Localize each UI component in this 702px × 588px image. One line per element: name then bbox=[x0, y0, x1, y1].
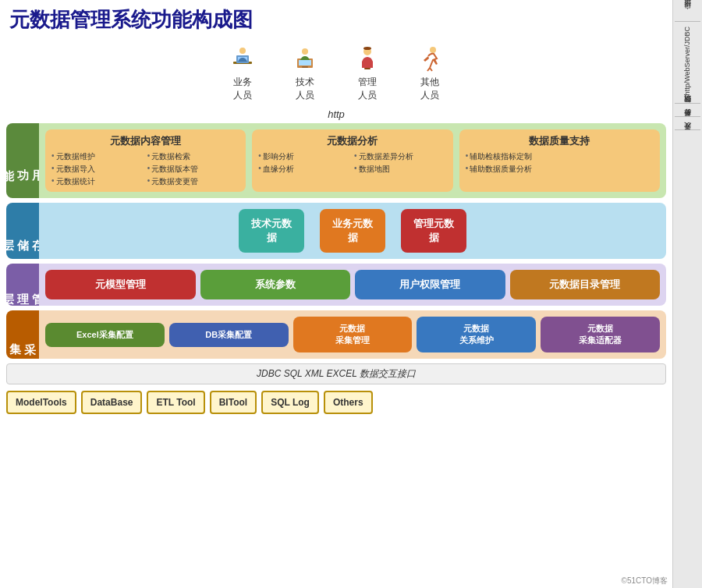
persona-business-label: 业务人员 bbox=[233, 76, 252, 102]
app-col-3: •影响分析 •血缘分析 bbox=[258, 151, 351, 175]
app-box-content-inner: •元数据维护 •元数据导入 •元数据统计 •元数据检索 •元数据版本管 •元数据… bbox=[51, 151, 239, 187]
app-item: •元数据统计 bbox=[51, 176, 144, 187]
app-col-5: •辅助检核指标定制 •辅助数据质量分析 bbox=[466, 151, 654, 175]
app-layer: 应用功能层 元数据内容管理 •元数据维护 •元数据导入 •元数据统计 •元数据检… bbox=[6, 123, 666, 198]
watermark: ©51CTO博客 bbox=[622, 576, 668, 586]
app-layer-body: 元数据内容管理 •元数据维护 •元数据导入 •元数据统计 •元数据检索 •元数据… bbox=[39, 123, 666, 198]
sidebar-data-access: 数据访问 bbox=[682, 105, 694, 112]
persona-business: 业务人员 bbox=[227, 43, 258, 102]
sidebar-divider-3 bbox=[675, 116, 700, 117]
persona-other: 其他人员 bbox=[414, 43, 445, 102]
collect-excel-box: Excel采集配置 bbox=[45, 323, 165, 347]
app-item: •元数据版本管 bbox=[147, 164, 240, 175]
app-box-analysis-title: 元数据分析 bbox=[258, 134, 446, 148]
storage-mgmt-box: 管理元数据 bbox=[401, 209, 466, 253]
app-box-quality-title: 数据质量支持 bbox=[466, 134, 654, 148]
app-item: •元数据导入 bbox=[51, 164, 144, 175]
collect-layer-label: 采集 bbox=[6, 310, 39, 359]
app-item: •元数据维护 bbox=[51, 151, 144, 162]
main-content: 元数据管理系统功能构成图 业务人员 bbox=[0, 0, 672, 588]
svg-point-11 bbox=[430, 47, 436, 53]
tool-sqllog[interactable]: SQL Log bbox=[261, 391, 319, 414]
tech-icon bbox=[289, 43, 321, 74]
persona-tech-label: 技术人员 bbox=[296, 76, 314, 102]
svg-rect-5 bbox=[299, 60, 311, 66]
app-item: •元数据差异分析 bbox=[354, 151, 447, 162]
persona-manager-label: 管理人员 bbox=[358, 76, 377, 102]
sidebar-dev: 二次开发 bbox=[682, 132, 694, 138]
sidebar-divider-2 bbox=[675, 103, 700, 104]
app-box-quality: 数据质量支持 •辅助检核指标定制 •辅助数据质量分析 bbox=[459, 129, 660, 192]
mgmt-catalog-box: 元数据目录管理 bbox=[510, 270, 661, 299]
collect-relation-box: 元数据关系维护 bbox=[417, 317, 536, 352]
mgmt-layer: 管理层 元模型管理 系统参数 用户权限管理 元数据目录管理 bbox=[6, 264, 666, 306]
storage-layer-label: 存储层 bbox=[6, 203, 39, 259]
tools-row: ModelTools DataBase ETL Tool BITool SQL … bbox=[6, 389, 666, 416]
tool-modeltools[interactable]: ModelTools bbox=[6, 391, 76, 414]
mgmt-layer-body: 元模型管理 系统参数 用户权限管理 元数据目录管理 bbox=[39, 264, 666, 306]
sidebar-http: http/WebServer/JDBC bbox=[682, 23, 694, 98]
app-box-content: 元数据内容管理 •元数据维护 •元数据导入 •元数据统计 •元数据检索 •元数据… bbox=[45, 129, 246, 192]
jdbc-bar: JDBC SQL XML EXCEL 数据交互接口 bbox=[6, 363, 666, 384]
storage-layer: 存储层 技术元数据 业务元数据 管理元数据 bbox=[6, 203, 666, 259]
app-item: •数据地图 bbox=[354, 164, 447, 175]
storage-biz-box: 业务元数据 bbox=[320, 209, 385, 253]
manager-icon bbox=[352, 43, 383, 74]
personas-row: 业务人员 技术人员 bbox=[6, 38, 666, 107]
svg-rect-7 bbox=[302, 66, 308, 68]
collect-layer: 采集 Excel采集配置 DB采集配置 元数据采集管理 元数据关系维护 元数据采… bbox=[6, 310, 666, 359]
collect-layer-body: Excel采集配置 DB采集配置 元数据采集管理 元数据关系维护 元数据采集适配… bbox=[39, 310, 666, 359]
storage-tech-box: 技术元数据 bbox=[239, 209, 304, 253]
sidebar-api: 据接口：权限集成 bbox=[682, 3, 694, 16]
mgmt-model-box: 元模型管理 bbox=[45, 270, 196, 299]
persona-tech: 技术人员 bbox=[289, 43, 321, 102]
app-box-analysis: 元数据分析 •影响分析 •血缘分析 •元数据差异分析 •数据地图 bbox=[252, 129, 452, 192]
collect-adapter-box: 元数据采集适配器 bbox=[541, 317, 660, 352]
app-item: •影响分析 bbox=[258, 151, 351, 162]
svg-point-6 bbox=[302, 48, 308, 55]
app-box-content-title: 元数据内容管理 bbox=[51, 134, 239, 148]
collect-db-box: DB采集配置 bbox=[169, 323, 289, 347]
app-col-4: •元数据差异分析 •数据地图 bbox=[354, 151, 447, 175]
sidebar-divider-4 bbox=[675, 129, 700, 130]
mgmt-params-box: 系统参数 bbox=[200, 270, 351, 299]
app-item: •血缘分析 bbox=[258, 164, 351, 175]
app-layer-label: 应用功能层 bbox=[6, 123, 39, 198]
mgmt-user-box: 用户权限管理 bbox=[355, 270, 505, 299]
app-item: •辅助检核指标定制 bbox=[466, 151, 654, 162]
persona-other-label: 其他人员 bbox=[420, 76, 439, 102]
app-col-2: •元数据检索 •元数据版本管 •元数据变更管 bbox=[147, 151, 240, 187]
right-sidebar: 据接口：权限集成 http/WebServer/JDBC 数据访问 分析服务 二… bbox=[672, 0, 702, 588]
app-item: •元数据变更管 bbox=[147, 176, 240, 187]
tool-etl[interactable]: ETL Tool bbox=[147, 391, 204, 414]
page-title: 元数据管理系统功能构成图 bbox=[6, 6, 666, 34]
app-box-quality-inner: •辅助检核指标定制 •辅助数据质量分析 bbox=[466, 151, 654, 175]
tool-others[interactable]: Others bbox=[324, 391, 373, 414]
tool-bitool[interactable]: BITool bbox=[210, 391, 257, 414]
app-item: •元数据检索 bbox=[147, 151, 240, 162]
mgmt-layer-label: 管理层 bbox=[6, 264, 39, 306]
svg-rect-10 bbox=[364, 68, 370, 69]
svg-point-3 bbox=[239, 48, 246, 54]
app-col-1: •元数据维护 •元数据导入 •元数据统计 bbox=[51, 151, 144, 187]
app-item: •辅助数据质量分析 bbox=[466, 164, 654, 175]
http-label: http bbox=[6, 108, 666, 120]
persona-manager: 管理人员 bbox=[352, 43, 383, 102]
sidebar-analysis: 分析服务 bbox=[682, 119, 694, 125]
app-box-analysis-inner: •影响分析 •血缘分析 •元数据差异分析 •数据地图 bbox=[258, 151, 446, 175]
tool-database[interactable]: DataBase bbox=[81, 391, 143, 414]
other-icon bbox=[414, 43, 445, 74]
business-icon bbox=[227, 43, 258, 74]
storage-layer-body: 技术元数据 业务元数据 管理元数据 bbox=[39, 203, 666, 259]
page-wrapper: 元数据管理系统功能构成图 业务人员 bbox=[0, 0, 702, 588]
collect-meta-mgmt-box: 元数据采集管理 bbox=[293, 317, 413, 352]
sidebar-divider-1 bbox=[675, 21, 700, 22]
svg-point-9 bbox=[363, 47, 371, 50]
